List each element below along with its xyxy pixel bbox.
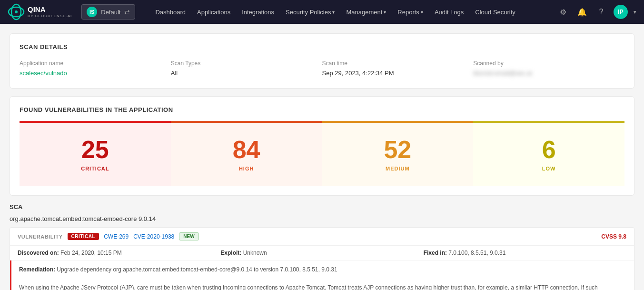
cwe-link[interactable]: CWE-269 [104, 233, 129, 240]
nav-dashboard[interactable]: Dashboard [150, 6, 190, 19]
user-avatar[interactable]: IP [614, 5, 628, 19]
critical-label: CRITICAL [81, 166, 109, 171]
scanned-by-value: blurred-email@sec.ai [473, 70, 624, 77]
scan-details-card: SCAN DETAILS Application name scalesec/v… [10, 33, 634, 89]
nav-management[interactable]: Management ▾ [341, 6, 391, 19]
vuln-description: Remediation: Upgrade dependency org.apac… [10, 260, 634, 290]
remediation-text: Upgrade dependency org.apache.tomcat.emb… [57, 266, 337, 273]
brand-subtitle: BY CLOUDFENSE.AI [28, 14, 72, 18]
discovered-label: Discovered on: [18, 250, 59, 256]
low-count: 6 [542, 137, 556, 162]
exploit: Exploit: Unknown [220, 250, 423, 256]
scan-details-grid: Application name scalesec/vulnado Scan T… [20, 58, 624, 79]
vuln-row-meta: Discovered on: Feb 24, 2020, 10:15 PM Ex… [10, 246, 634, 260]
nav-audit-logs[interactable]: Audit Logs [430, 6, 468, 19]
management-chevron: ▾ [384, 10, 386, 15]
app-name-value[interactable]: scalesec/vulnado [20, 70, 171, 77]
vuln-section-title: FOUND VULNERABILITIES IN THE APPLICATION [20, 106, 624, 113]
vulnerabilities-card: FOUND VULNERABILITIES IN THE APPLICATION… [10, 96, 634, 196]
cvss-score: CVSS 9.8 [601, 233, 626, 240]
env-avatar: IS [87, 7, 97, 17]
nav-right-actions: ⚙ 🔔 ? IP ▾ [556, 5, 636, 19]
svg-point-2 [15, 10, 18, 13]
env-selector[interactable]: IS Default ⇄ [81, 4, 135, 20]
cve-link[interactable]: CVE-2020-1938 [133, 233, 174, 240]
nav-integrations[interactable]: Integrations [237, 6, 279, 19]
critical-count: 25 [81, 137, 109, 162]
high-label: HIGH [239, 166, 254, 171]
fixed-value: 7.0.100, 8.5.51, 9.0.31 [448, 250, 505, 256]
page-content: SCAN DETAILS Application name scalesec/v… [0, 24, 644, 290]
vuln-card-high[interactable]: 84 HIGH [171, 121, 322, 186]
scan-types-value: All [171, 70, 322, 77]
app-name-label: Application name [20, 60, 171, 67]
help-icon[interactable]: ? [594, 5, 608, 19]
scan-detail-scanned-by: Scanned by blurred-email@sec.ai [473, 58, 624, 79]
vuln-cards-grid: 25 CRITICAL 84 HIGH 52 MEDIUM 6 LOW [20, 121, 624, 186]
scanned-by-label: Scanned by [473, 60, 624, 67]
vuln-type-label: VULNERABILITY [18, 234, 63, 240]
vuln-card-critical[interactable]: 25 CRITICAL [20, 121, 171, 186]
low-label: LOW [542, 166, 556, 171]
scan-detail-scan-types: Scan Types All [171, 58, 322, 79]
vuln-card-medium[interactable]: 52 MEDIUM [322, 121, 474, 186]
scan-details-title: SCAN DETAILS [20, 43, 624, 50]
exploit-label: Exploit: [220, 250, 241, 256]
fixed-in: Fixed in: 7.0.100, 8.5.51, 9.0.31 [424, 250, 626, 256]
severity-badge: CRITICAL [68, 233, 99, 240]
user-menu-chevron[interactable]: ▾ [634, 9, 636, 15]
sca-section: SCA org.apache.tomcat.embed:tomcat-embed… [10, 203, 634, 290]
scan-time-label: Scan time [322, 60, 474, 67]
remediation-label: Remediation: [19, 266, 55, 273]
medium-label: MEDIUM [386, 166, 410, 171]
settings-icon[interactable]: ⚙ [556, 5, 570, 19]
env-switch-icon[interactable]: ⇄ [124, 8, 130, 16]
nav-security-policies[interactable]: Security Policies ▾ [281, 6, 339, 19]
security-policies-chevron: ▾ [332, 10, 335, 15]
exploit-value: Unknown [243, 250, 267, 256]
discovered-value: Feb 24, 2020, 10:15 PM [60, 250, 122, 256]
vuln-row-header: VULNERABILITY CRITICAL CWE-269 CVE-2020-… [10, 228, 634, 246]
vuln-row-card: VULNERABILITY CRITICAL CWE-269 CVE-2020-… [10, 227, 634, 290]
discovered-on: Discovered on: Feb 24, 2020, 10:15 PM [18, 250, 220, 256]
scan-detail-scan-time: Scan time Sep 29, 2023, 4:22:34 PM [322, 58, 474, 79]
brand-name: QINA [28, 6, 72, 14]
notifications-icon[interactable]: 🔔 [575, 5, 589, 19]
medium-count: 52 [384, 137, 411, 162]
scan-types-label: Scan Types [171, 60, 322, 67]
brand-logo-container: QINA BY CLOUDFENSE.AI [8, 3, 72, 20]
sca-title: SCA [10, 203, 634, 210]
qina-logo [8, 3, 25, 20]
nav-applications[interactable]: Applications [192, 6, 235, 19]
scan-time-value: Sep 29, 2023, 4:22:34 PM [322, 70, 474, 77]
fixed-label: Fixed in: [424, 250, 447, 256]
high-count: 84 [233, 137, 260, 162]
nav-links: Dashboard Applications Integrations Secu… [150, 6, 520, 19]
navbar: QINA BY CLOUDFENSE.AI IS Default ⇄ Dashb… [0, 0, 644, 24]
vuln-desc-text: When using the Apache JServ Protocol (AJ… [19, 284, 616, 290]
new-badge: NEW [179, 232, 198, 240]
nav-reports[interactable]: Reports ▾ [393, 6, 428, 19]
sca-package: org.apache.tomcat.embed:tomcat-embed-cor… [10, 215, 634, 222]
reports-chevron: ▾ [421, 10, 423, 15]
env-name: Default [101, 9, 120, 16]
scan-detail-app-name: Application name scalesec/vulnado [20, 58, 171, 79]
nav-cloud-security[interactable]: Cloud Security [470, 6, 520, 19]
vuln-card-low[interactable]: 6 LOW [473, 121, 624, 186]
